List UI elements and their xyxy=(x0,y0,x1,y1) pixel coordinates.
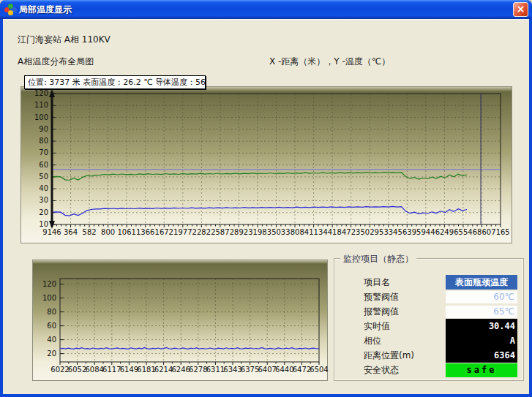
svg-text:60: 60 xyxy=(39,161,48,169)
svg-text:4113: 4113 xyxy=(304,228,323,236)
svg-text:3503: 3503 xyxy=(267,228,285,236)
svg-text:6278: 6278 xyxy=(189,366,207,374)
monitor-row-value: safe xyxy=(446,363,517,377)
monitor-row-value: 表面瓶颈温度 xyxy=(446,275,517,290)
svg-text:6554: 6554 xyxy=(454,228,472,236)
svg-text:582: 582 xyxy=(83,228,97,236)
svg-text:2282: 2282 xyxy=(192,228,211,236)
svg-text:1366: 1366 xyxy=(136,228,154,236)
chart-title: A相温度分布全局图 xyxy=(18,56,94,68)
svg-text:60: 60 xyxy=(47,322,56,330)
svg-text:40: 40 xyxy=(39,184,48,192)
svg-text:6311: 6311 xyxy=(206,366,225,374)
svg-text:6249: 6249 xyxy=(435,228,454,236)
monitor-row-value: 30.44 xyxy=(446,319,517,333)
svg-text:120: 120 xyxy=(42,280,56,288)
svg-text:7165: 7165 xyxy=(491,228,509,236)
close-button[interactable]: × xyxy=(513,2,528,17)
monitor-row-value: A xyxy=(446,333,517,348)
svg-text:6117: 6117 xyxy=(102,366,121,374)
monitor-row-label: 相位 xyxy=(364,335,381,347)
monitor-row: 距离位置(m)6364 xyxy=(334,348,523,363)
monitor-row: 项目名表面瓶颈温度 xyxy=(334,275,523,290)
svg-text:6022: 6022 xyxy=(50,366,69,374)
svg-text:20: 20 xyxy=(47,349,56,358)
svg-text:80: 80 xyxy=(39,137,48,145)
svg-text:6214: 6214 xyxy=(154,366,173,374)
monitor-groupbox-title: 监控项目（静态） xyxy=(340,253,416,265)
main-chart-svg[interactable]: 1020304050607080901001101209146364582800… xyxy=(21,87,513,244)
window-title: 局部温度显示 xyxy=(19,4,72,16)
svg-text:5029: 5029 xyxy=(360,228,378,236)
svg-text:9146: 9146 xyxy=(42,228,61,236)
monitor-row-value: 60℃ xyxy=(446,291,517,303)
svg-text:6440: 6440 xyxy=(275,366,293,374)
zoom-chart-svg[interactable]: 2040608010012060226052608461176149618162… xyxy=(33,260,329,382)
monitor-row-label: 项目名 xyxy=(364,276,390,289)
monitor-row: 预警阀值60℃ xyxy=(334,290,523,304)
svg-text:6246: 6246 xyxy=(171,366,190,374)
svg-text:6084: 6084 xyxy=(85,366,103,374)
svg-text:6181: 6181 xyxy=(137,366,155,374)
svg-text:6052: 6052 xyxy=(68,366,86,374)
monitor-row-label: 安全状态 xyxy=(364,364,399,377)
svg-text:40: 40 xyxy=(47,336,56,344)
monitor-row-value: 65℃ xyxy=(446,306,517,318)
svg-text:30: 30 xyxy=(39,196,48,204)
svg-text:6343: 6343 xyxy=(223,366,241,374)
svg-text:1061: 1061 xyxy=(117,228,135,236)
svg-text:80: 80 xyxy=(47,308,56,316)
svg-text:3808: 3808 xyxy=(285,228,304,236)
station-label: 江门海宴站 A相 110KV xyxy=(18,34,110,46)
monitor-row: 报警阀值65℃ xyxy=(334,304,523,319)
app-window: 局部温度显示 × 江门海宴站 A相 110KV A相温度分布全局图 X -距离（… xyxy=(0,0,532,397)
monitor-row-label: 实时值 xyxy=(364,320,390,333)
monitor-row-label: 预警阀值 xyxy=(364,291,399,303)
svg-text:2587: 2587 xyxy=(211,228,229,236)
svg-text:90: 90 xyxy=(39,125,48,133)
app-icon xyxy=(4,4,16,15)
main-temperature-chart[interactable]: 1020304050607080901001101209146364582800… xyxy=(20,86,512,243)
svg-text:6472: 6472 xyxy=(293,366,311,374)
svg-text:6504: 6504 xyxy=(310,366,328,374)
svg-text:100: 100 xyxy=(34,113,48,121)
svg-text:110: 110 xyxy=(34,101,48,109)
monitor-groupbox: 监控项目（静态） 项目名表面瓶颈温度预警阀值60℃报警阀值65℃实时值30.44… xyxy=(334,258,524,381)
axis-legend: X -距离（米），Y -温度（℃） xyxy=(269,56,390,68)
monitor-row: 相位A xyxy=(334,333,523,348)
svg-text:20: 20 xyxy=(39,208,48,216)
svg-text:5639: 5639 xyxy=(398,228,416,236)
zoom-temperature-chart[interactable]: 2040608010012060226052608461176149618162… xyxy=(32,260,328,381)
svg-text:100: 100 xyxy=(42,294,56,302)
svg-text:1672: 1672 xyxy=(155,228,173,236)
svg-text:3198: 3198 xyxy=(248,228,266,236)
monitor-row-label: 报警阀值 xyxy=(364,306,399,318)
position-readout: 位置: 3737 米 表面温度：26.2 ℃ 导体温度：56.2 ℃ xyxy=(24,75,206,89)
svg-text:6149: 6149 xyxy=(120,366,138,374)
svg-text:50: 50 xyxy=(39,173,48,181)
svg-text:1977: 1977 xyxy=(173,228,192,236)
svg-text:5944: 5944 xyxy=(416,228,435,236)
svg-text:70: 70 xyxy=(39,148,48,156)
monitor-rows: 项目名表面瓶颈温度预警阀值60℃报警阀值65℃实时值30.44相位A距离位置(m… xyxy=(334,275,523,377)
svg-text:6375: 6375 xyxy=(241,366,259,374)
svg-text:4723: 4723 xyxy=(342,228,360,236)
svg-text:5334: 5334 xyxy=(379,228,397,236)
svg-text:364: 364 xyxy=(64,228,78,236)
monitor-row-label: 距离位置(m) xyxy=(364,349,414,362)
monitor-row: 实时值30.44 xyxy=(334,319,523,333)
svg-text:2892: 2892 xyxy=(230,228,248,236)
title-bar[interactable]: 局部温度显示 × xyxy=(0,0,532,19)
svg-text:6407: 6407 xyxy=(258,366,276,374)
svg-text:10: 10 xyxy=(39,220,48,228)
svg-text:4418: 4418 xyxy=(323,228,341,236)
svg-text:6860: 6860 xyxy=(473,228,491,236)
client-area: 江门海宴站 A相 110KV A相温度分布全局图 X -距离（米），Y -温度（… xyxy=(3,19,529,394)
monitor-row-value: 6364 xyxy=(446,348,517,363)
monitor-row: 安全状态safe xyxy=(334,363,523,377)
svg-text:120: 120 xyxy=(34,89,48,97)
svg-text:800: 800 xyxy=(101,228,115,236)
